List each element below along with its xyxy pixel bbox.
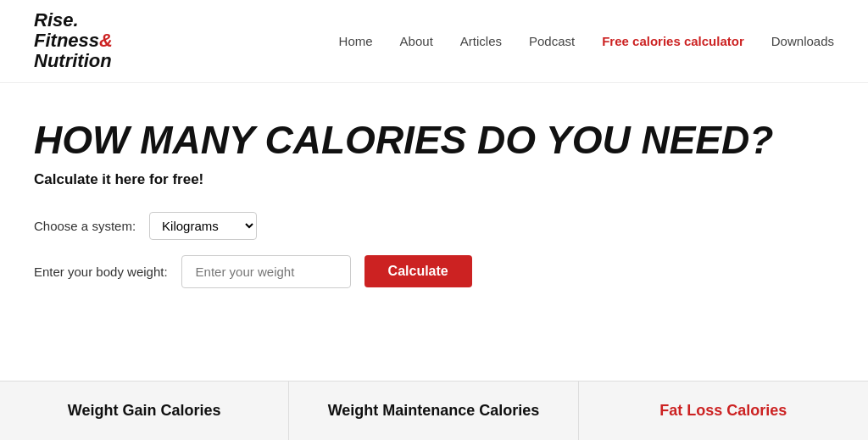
- subtitle: Calculate it here for free!: [34, 171, 834, 188]
- header: Rise. Fitness& Nutrition Home About Arti…: [0, 0, 868, 83]
- logo-ampersand: &: [99, 30, 113, 51]
- weight-input[interactable]: [181, 255, 351, 288]
- nav-articles[interactable]: Articles: [460, 34, 502, 48]
- logo-line2: Fitness&: [34, 31, 113, 51]
- system-select[interactable]: Kilograms Pounds: [149, 212, 257, 240]
- logo-line3: Nutrition: [34, 51, 113, 71]
- main-content: HOW MANY CALORIES DO YOU NEED? Calculate…: [0, 83, 868, 288]
- nav-about[interactable]: About: [400, 34, 433, 48]
- logo-line1: Rise.: [34, 10, 113, 31]
- main-nav: Home About Articles Podcast Free calorie…: [339, 34, 834, 48]
- page-title: HOW MANY CALORIES DO YOU NEED?: [34, 117, 834, 163]
- weight-row: Enter your body weight: Calculate: [34, 255, 834, 288]
- nav-calories-calculator[interactable]: Free calories calculator: [602, 34, 744, 48]
- nav-home[interactable]: Home: [339, 34, 373, 48]
- nav-downloads[interactable]: Downloads: [771, 34, 834, 48]
- weight-label: Enter your body weight:: [34, 265, 168, 279]
- calculate-button[interactable]: Calculate: [364, 255, 472, 287]
- system-label: Choose a system:: [34, 219, 136, 233]
- system-row: Choose a system: Kilograms Pounds: [34, 212, 834, 240]
- logo: Rise. Fitness& Nutrition: [34, 10, 113, 72]
- nav-podcast[interactable]: Podcast: [529, 34, 575, 48]
